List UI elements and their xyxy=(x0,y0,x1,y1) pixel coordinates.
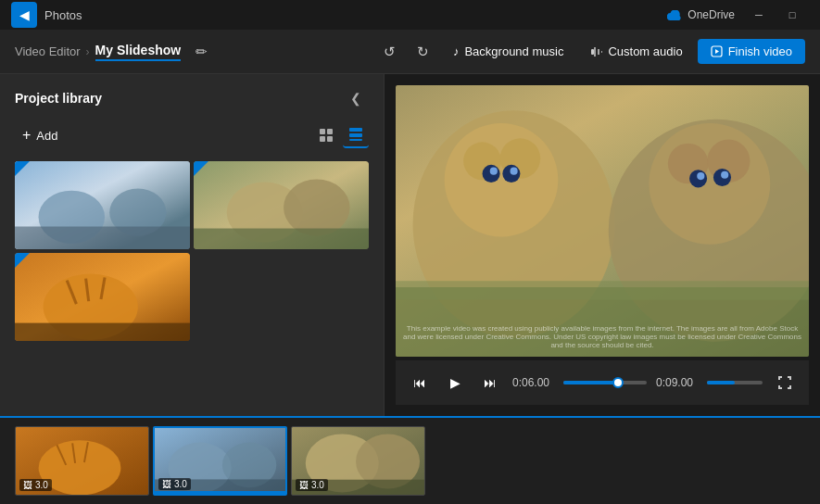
list-icon xyxy=(348,127,363,142)
svg-rect-4 xyxy=(327,129,333,134)
app-title: Photos xyxy=(44,8,82,22)
storyboard-item-3[interactable]: 🖼 3.0 xyxy=(291,426,425,496)
progress-fill xyxy=(563,381,618,384)
story-item-3-badge: 🖼 3.0 xyxy=(296,479,328,491)
finish-icon xyxy=(711,45,723,57)
prev-icon: ⏮ xyxy=(413,375,426,390)
story-item-2-icon: 🖼 xyxy=(162,479,171,489)
svg-point-30 xyxy=(490,168,498,175)
svg-point-32 xyxy=(511,168,518,175)
minimize-button[interactable]: ─ xyxy=(742,2,776,28)
fullscreen-icon xyxy=(777,375,792,390)
collapse-panel-button[interactable]: ❮ xyxy=(343,85,369,111)
svg-rect-3 xyxy=(320,129,325,134)
preview-image: This example video was created using pub… xyxy=(396,85,809,357)
playback-controls: ⏮ ▶ ⏭ 0:06.00 0:09.00 xyxy=(396,360,809,405)
svg-point-34 xyxy=(649,123,770,245)
media-item-tiger[interactable] xyxy=(15,253,190,341)
bg-music-button[interactable]: ♪ Background music xyxy=(442,39,574,64)
custom-audio-label: Custom audio xyxy=(608,44,682,58)
story-item-1-icon: 🖼 xyxy=(23,480,32,490)
titlebar: ◀ Photos OneDrive ─ □ xyxy=(0,0,820,30)
previous-frame-button[interactable]: ⏮ xyxy=(407,370,433,396)
back-button[interactable]: ◀ xyxy=(11,2,37,28)
svg-rect-0 xyxy=(591,49,594,55)
onedrive-label: OneDrive xyxy=(688,8,735,21)
volume-bar[interactable] xyxy=(707,381,763,384)
restore-button[interactable]: □ xyxy=(776,2,809,28)
svg-rect-42 xyxy=(396,281,809,299)
svg-point-38 xyxy=(697,172,704,180)
next-icon: ⏭ xyxy=(484,375,497,390)
edit-icon: ✏ xyxy=(196,44,208,60)
window-controls: ─ □ xyxy=(742,2,809,28)
svg-rect-13 xyxy=(15,226,190,249)
svg-rect-9 xyxy=(349,139,362,141)
onedrive-button[interactable]: OneDrive xyxy=(667,8,735,21)
redo-icon: ↻ xyxy=(417,44,429,60)
svg-point-16 xyxy=(284,179,350,235)
back-icon: ◀ xyxy=(19,7,30,22)
finish-video-button[interactable]: Finish video xyxy=(698,39,805,64)
list-view-button[interactable] xyxy=(343,122,369,148)
breadcrumb-separator: › xyxy=(86,45,90,58)
svg-rect-5 xyxy=(320,136,325,142)
grid-view-button[interactable] xyxy=(313,122,339,148)
finish-video-label: Finish video xyxy=(728,44,792,58)
project-library-title: Project library xyxy=(15,91,102,106)
breadcrumb: Video Editor › My Slideshow ✏ xyxy=(15,37,364,67)
video-preview: This example video was created using pub… xyxy=(396,85,809,357)
storyboard-item-1[interactable]: 🖼 3.0 xyxy=(15,426,149,496)
svg-rect-6 xyxy=(327,136,333,142)
current-time: 0:06.00 xyxy=(512,376,554,389)
media-item-wolves[interactable] xyxy=(15,161,190,249)
story-item-1-badge: 🖼 3.0 xyxy=(19,479,52,491)
fullscreen-button[interactable] xyxy=(772,370,798,396)
toolbar-actions: ↺ ↻ ♪ Background music Custom audio Fini… xyxy=(375,37,805,67)
storyboard-item-2[interactable]: 🖼 3.0 xyxy=(153,426,287,496)
next-frame-button[interactable]: ⏭ xyxy=(477,370,503,396)
project-library-panel: Project library ❮ + Add xyxy=(0,74,385,416)
preview-panel: This example video was created using pub… xyxy=(385,74,820,416)
play-pause-button[interactable]: ▶ xyxy=(442,370,468,396)
svg-rect-8 xyxy=(349,133,362,137)
custom-audio-button[interactable]: Custom audio xyxy=(578,39,693,64)
bg-music-label: Background music xyxy=(464,44,563,58)
titlebar-left: ◀ Photos xyxy=(11,2,82,28)
undo-icon: ↺ xyxy=(384,44,396,60)
svg-marker-2 xyxy=(715,49,719,54)
story-item-1-duration: 3.0 xyxy=(35,480,48,490)
media-item-cubs1[interactable] xyxy=(194,161,369,249)
wolves-thumbnail xyxy=(15,161,190,249)
story-item-3-icon: 🖼 xyxy=(299,480,309,490)
cloud-icon xyxy=(667,10,682,20)
bg-music-icon: ♪ xyxy=(453,44,460,58)
progress-bar[interactable] xyxy=(563,381,647,384)
svg-rect-23 xyxy=(15,323,190,341)
redo-button[interactable]: ↻ xyxy=(409,37,438,67)
add-media-button[interactable]: + Add xyxy=(15,123,65,147)
breadcrumb-current: My Slideshow xyxy=(95,43,182,61)
edit-title-button[interactable]: ✏ xyxy=(186,37,216,67)
progress-bar-container[interactable] xyxy=(563,381,647,384)
story-item-2-duration: 3.0 xyxy=(174,479,187,489)
grid-icon xyxy=(319,128,334,143)
play-icon: ▶ xyxy=(450,375,460,390)
audio-icon xyxy=(589,45,602,58)
progress-thumb xyxy=(612,377,624,388)
breadcrumb-parent[interactable]: Video Editor xyxy=(15,44,81,58)
preview-caption: This example video was created using pub… xyxy=(396,324,809,349)
undo-button[interactable]: ↺ xyxy=(375,37,405,67)
storyboard: 🖼 3.0 🖼 3.0 xyxy=(0,416,820,504)
svg-rect-17 xyxy=(194,229,369,249)
main-content: Project library ❮ + Add xyxy=(0,74,820,416)
volume-fill xyxy=(707,381,735,384)
project-library-header: Project library ❮ xyxy=(0,74,384,119)
storyboard-progress-bar xyxy=(155,491,285,494)
add-label: Add xyxy=(36,129,57,143)
svg-point-26 xyxy=(445,123,559,237)
add-icon: + xyxy=(22,127,31,144)
story-item-3-duration: 3.0 xyxy=(311,480,324,490)
view-toggles xyxy=(313,122,369,148)
media-grid xyxy=(0,158,384,345)
